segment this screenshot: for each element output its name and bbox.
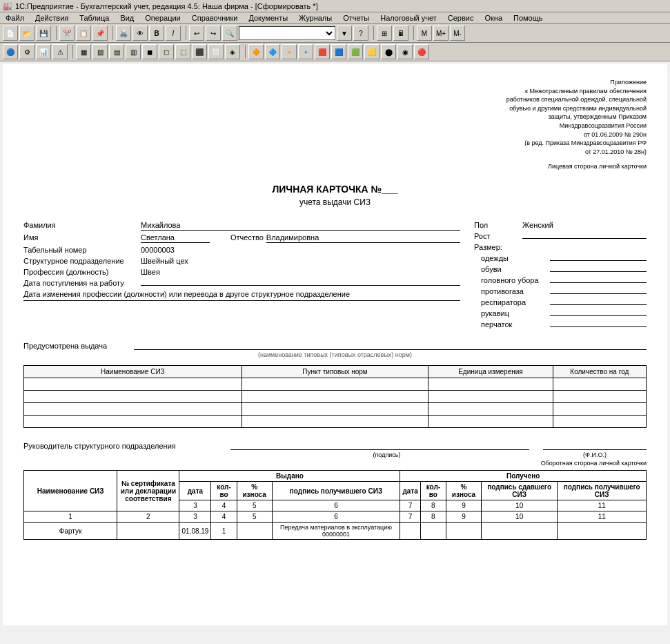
tb2-21[interactable]: 🟩 xyxy=(348,44,363,59)
tb-copy[interactable]: 📋 xyxy=(76,26,91,41)
imya-value: Светлана xyxy=(141,233,210,243)
menu-help[interactable]: Помощь xyxy=(511,13,546,23)
tb2-20[interactable]: 🟦 xyxy=(331,44,346,59)
bt-num6: 6 xyxy=(272,511,400,523)
tb2-3[interactable]: 📊 xyxy=(36,44,51,59)
rukavitsy-value xyxy=(550,315,647,316)
familiya-row: Фамилия Михайлова xyxy=(23,221,460,231)
tb2-25[interactable]: 🔴 xyxy=(414,44,429,59)
bt-sert-val xyxy=(117,523,179,540)
tb2-17[interactable]: 🔸 xyxy=(282,44,297,59)
tb-m[interactable]: M xyxy=(417,26,432,41)
tb-i[interactable]: I xyxy=(166,26,181,41)
tb2-18[interactable]: 🔹 xyxy=(298,44,313,59)
menu-service[interactable]: Сервис xyxy=(445,13,477,23)
tb2-12[interactable]: ⬛ xyxy=(192,44,207,59)
cell-kol xyxy=(553,416,646,428)
menu-references[interactable]: Справочники xyxy=(189,13,241,23)
tb-open[interactable]: 📂 xyxy=(19,26,35,41)
tb2-2[interactable]: ⚙ xyxy=(19,44,35,59)
tb2-24[interactable]: ◉ xyxy=(397,44,413,59)
title-text: 1С:Предприятие - Бухгалтерский учет, ред… xyxy=(15,2,318,10)
menu-windows[interactable]: Окна xyxy=(482,13,505,23)
tb2-11[interactable]: ⬚ xyxy=(175,44,190,59)
tb-b[interactable]: B xyxy=(149,26,164,41)
tb2-19[interactable]: 🟥 xyxy=(315,44,330,59)
menu-file[interactable]: Файл xyxy=(3,13,27,23)
tb2-13[interactable]: ⬜ xyxy=(208,44,224,59)
bt-iznosv-val xyxy=(237,523,272,540)
bt-col4: 6 xyxy=(272,500,400,511)
tb2-1[interactable]: 🔵 xyxy=(3,44,18,59)
menu-journals[interactable]: Журналы xyxy=(296,13,335,23)
tb-calc[interactable]: 🖩 xyxy=(393,26,408,41)
back-side-text: Оборотная сторона личной карточки xyxy=(23,460,647,467)
appendix-line7: от 01.06.2009 № 290н xyxy=(23,130,647,139)
cell-punkt xyxy=(242,391,428,403)
rukavitsy-row: рукавиц xyxy=(474,309,647,318)
tb-preview[interactable]: 👁 xyxy=(132,26,148,41)
tb-combo[interactable] xyxy=(239,26,335,40)
tb2-14[interactable]: ◈ xyxy=(225,44,240,59)
cell-edinitsa xyxy=(428,378,553,391)
menu-view[interactable]: Вид xyxy=(117,13,137,23)
menu-table[interactable]: Таблица xyxy=(77,13,112,23)
tb-new[interactable]: 📄 xyxy=(3,26,18,41)
menu-tax[interactable]: Налоговый учет xyxy=(377,13,440,23)
tb-redo[interactable]: ↪ xyxy=(206,26,221,41)
tb2-6[interactable]: ▧ xyxy=(92,44,108,59)
bt-datav-val: 01.08.19 xyxy=(179,523,211,540)
issue-table: Наименование СИЗ Пункт типовых норм Един… xyxy=(23,365,647,428)
appendix-line2: к Межотраслевым правилам обеспечения xyxy=(23,87,647,96)
sig-label: Руководитель структурного подразделения xyxy=(23,442,230,450)
document-area: Приложение к Межотраслевым правилам обес… xyxy=(3,64,667,625)
tb2-4[interactable]: ⚠ xyxy=(52,44,68,59)
bt-podpis-v: подпись получившего СИЗ xyxy=(272,482,400,500)
struct-value: Швейный цех xyxy=(141,257,188,265)
tb-print[interactable]: 🖨️ xyxy=(116,26,131,41)
cell-punkt xyxy=(242,378,428,391)
menu-documents[interactable]: Документы xyxy=(246,13,290,23)
tb-grid[interactable]: ⊞ xyxy=(377,26,392,41)
menu-actions[interactable]: Действия xyxy=(32,13,71,23)
otchestvo-value: Владимировна xyxy=(266,233,460,243)
bt-iznos-p: % износа xyxy=(446,482,482,500)
respirator-row: респиратора xyxy=(474,298,647,306)
tb2-16[interactable]: 🔷 xyxy=(265,44,280,59)
data-izm-value xyxy=(23,300,460,301)
sig-fio-sub: (Ф.И.О.) xyxy=(543,451,647,458)
appendix-line8: (в ред. Приказа Минздравсоцразвития РФ xyxy=(23,139,647,148)
sig-row: Руководитель структурного подразделения xyxy=(23,442,647,450)
tb2-15[interactable]: 🔶 xyxy=(248,44,264,59)
perchatki-label: перчаток xyxy=(481,320,550,329)
appendix-block: Приложение к Межотраслевым правилам обес… xyxy=(23,78,647,156)
tb2-7[interactable]: ▤ xyxy=(109,44,124,59)
tb-find[interactable]: 🔍 xyxy=(222,26,237,41)
tb2-23[interactable]: ⬤ xyxy=(381,44,396,59)
bt-kolp-val xyxy=(420,523,446,540)
tb-paste[interactable]: 📌 xyxy=(92,26,108,41)
tb2-8[interactable]: ▥ xyxy=(126,44,141,59)
tb-mminus[interactable]: M- xyxy=(450,26,465,41)
tb-dropdown[interactable]: ▼ xyxy=(337,26,352,41)
sig-spacer xyxy=(23,451,230,458)
main-content: Приложение к Межотраслевым правилам обес… xyxy=(3,64,667,625)
menu-operations[interactable]: Операции xyxy=(142,13,183,23)
bt-col7: 9 xyxy=(446,500,482,511)
tb2-5[interactable]: ▦ xyxy=(76,44,91,59)
issue-col-kolichestvo: Количество на год xyxy=(553,366,646,378)
tb-cut[interactable]: ✂️ xyxy=(59,26,75,41)
tb2-9[interactable]: ◼ xyxy=(142,44,157,59)
menu-reports[interactable]: Отчеты xyxy=(340,13,372,23)
tb-help-q[interactable]: ? xyxy=(353,26,368,41)
respirator-value xyxy=(550,304,647,305)
predus-sub: (наименование типовых (типовых отраслевы… xyxy=(23,351,647,358)
tb-save[interactable]: 💾 xyxy=(36,26,51,41)
tb2-22[interactable]: 🟨 xyxy=(364,44,380,59)
tb-undo[interactable]: ↩ xyxy=(189,26,204,41)
rost-value xyxy=(522,237,647,239)
tb-mplus[interactable]: M+ xyxy=(433,26,449,41)
bt-num1: 1 xyxy=(24,511,117,523)
sig-podpis-sub: (подпись) xyxy=(244,451,529,458)
tb2-10[interactable]: ◻ xyxy=(159,44,174,59)
